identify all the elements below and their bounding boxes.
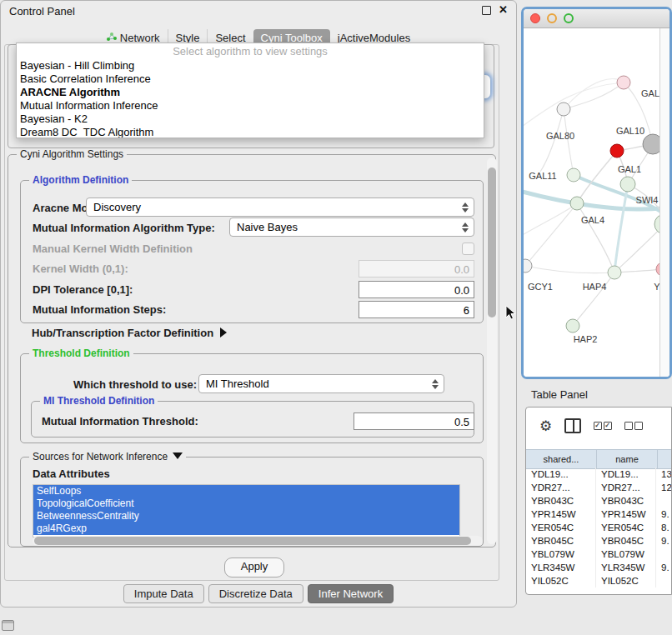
node-label: GAL80 xyxy=(546,131,574,141)
network-node[interactable] xyxy=(567,168,580,182)
node-label: GAL4 xyxy=(581,215,604,225)
dpi-tolerance-label: DPI Tolerance [0,1]: xyxy=(33,283,133,296)
table-cell: YER054C xyxy=(526,521,596,534)
column-selector-icon[interactable] xyxy=(564,418,581,433)
close-traffic-light-icon[interactable] xyxy=(530,13,540,23)
table-row[interactable]: YPR145WYPR145W9. xyxy=(526,508,671,521)
docked-panel-icon[interactable] xyxy=(2,620,14,631)
network-node[interactable] xyxy=(566,319,579,332)
table-row[interactable]: YDR27...YDR27...12 xyxy=(526,481,671,494)
attribute-item[interactable]: TopologicalCoefficient xyxy=(33,498,459,510)
table-row[interactable]: YBL079WYBL079W xyxy=(526,548,671,561)
algorithm-option[interactable]: Bayesian - Hill Climbing xyxy=(17,59,484,72)
table-body: YDL19...YDL19...13YDR27...YDR27...12YBR0… xyxy=(526,468,671,588)
zoom-traffic-light-icon[interactable] xyxy=(564,13,574,23)
close-window-icon[interactable]: ✕ xyxy=(499,4,508,16)
collapse-down-icon xyxy=(173,452,183,459)
control-panel-window: Control Panel ✕ NetworkStyleSelectCyni T… xyxy=(0,0,517,608)
node-label: GAL xyxy=(641,88,659,98)
table-cell: 12 xyxy=(656,481,671,494)
attribute-item[interactable]: BetweennessCentrality xyxy=(33,510,459,522)
which-threshold-select[interactable]: MI Threshold xyxy=(198,374,444,393)
bottom-tab-discretize-data[interactable]: Discretize Data xyxy=(208,584,303,603)
network-node[interactable] xyxy=(610,144,624,158)
manual-kernel-checkbox[interactable] xyxy=(462,242,474,255)
network-node[interactable] xyxy=(557,102,570,116)
table-panel-window: ⚙ ✓✓ shared...name YDL19...YDL19...13YDR… xyxy=(525,407,672,595)
table-settings-gear-icon[interactable]: ⚙ xyxy=(539,419,552,433)
table-cell: YDL19... xyxy=(596,468,656,481)
network-view-window: GALGAL80GAL10GAL1GAL11SWI4GAL4GCY1HAP4YH… xyxy=(521,7,672,379)
settings-vscrollbar[interactable] xyxy=(487,158,497,544)
network-node[interactable] xyxy=(620,177,635,192)
table-row[interactable]: YBR043CYBR043C xyxy=(526,494,671,508)
network-edge xyxy=(577,203,614,272)
dpi-tolerance-field[interactable]: 0.0 xyxy=(359,281,474,298)
node-label: GAL1 xyxy=(618,164,641,174)
table-cell xyxy=(656,548,671,561)
dpi-tolerance-value: 0.0 xyxy=(454,284,469,297)
attribute-item[interactable]: SelfLoops xyxy=(33,485,459,498)
bottom-tab-impute-data[interactable]: Impute Data xyxy=(123,584,204,603)
expand-right-icon xyxy=(220,328,227,338)
node-label: GCY1 xyxy=(528,282,553,292)
table-row[interactable]: YIL052CYIL052C xyxy=(526,574,671,588)
table-cell: YBR043C xyxy=(596,494,656,508)
kernel-width-field: 0.0 xyxy=(359,260,474,278)
select-all-icon[interactable]: ✓✓ xyxy=(594,422,612,430)
minimize-traffic-light-icon[interactable] xyxy=(547,13,557,23)
table-cell xyxy=(656,574,671,588)
attributes-hscrollbar[interactable] xyxy=(33,536,483,546)
network-node[interactable] xyxy=(524,259,532,272)
table-cell: YBR045C xyxy=(526,534,596,548)
kernel-width-label: Kernel Width (0,1): xyxy=(33,262,128,275)
mi-threshold-field[interactable]: 0.5 xyxy=(354,412,474,430)
table-row[interactable]: YBR045CYBR045C9. xyxy=(526,534,671,548)
network-window-titlebar[interactable] xyxy=(524,9,669,28)
attribute-item[interactable]: gal4RGexp xyxy=(33,522,459,535)
network-edge xyxy=(614,224,662,272)
sources-toggle[interactable]: Sources for Network Inference xyxy=(29,451,186,462)
algorithm-option[interactable]: ARACNE Algorithm xyxy=(17,86,484,99)
network-graph[interactable]: GALGAL80GAL10GAL1GAL11SWI4GAL4GCY1HAP4YH… xyxy=(524,28,662,377)
mi-steps-field[interactable]: 6 xyxy=(359,301,474,318)
network-node[interactable] xyxy=(570,197,584,210)
table-cell: YDL19... xyxy=(526,468,596,481)
algorithm-option[interactable]: Basic Correlation Inference xyxy=(17,72,484,86)
float-window-icon[interactable] xyxy=(482,6,491,15)
network-node[interactable] xyxy=(617,76,630,89)
network-edge xyxy=(573,272,614,326)
settings-group-title: Cyni Algorithm Settings xyxy=(17,148,127,160)
network-node[interactable] xyxy=(608,266,621,279)
network-vscrollbar[interactable] xyxy=(659,28,669,377)
bottom-tab-infer-network[interactable]: Infer Network xyxy=(308,584,394,603)
algorithm-option[interactable]: Bayesian - K2 xyxy=(17,112,484,126)
data-attributes-list[interactable]: SelfLoopsTopologicalCoefficientBetweenne… xyxy=(33,484,460,538)
table-cell: YLR345W xyxy=(526,561,596,574)
table-row[interactable]: YER054CYER054C8. xyxy=(526,521,671,534)
manual-kernel-label: Manual Kernel Width Definition xyxy=(33,242,193,255)
column-header[interactable]: shared... xyxy=(526,450,597,468)
algorithm-dropdown: Select algorithm to view settingsBayesia… xyxy=(16,42,484,138)
column-header[interactable]: name xyxy=(597,450,658,468)
node-label: SWI4 xyxy=(636,195,659,205)
mi-type-select[interactable]: Naive Bayes xyxy=(229,218,474,237)
aracne-mode-select[interactable]: Discovery xyxy=(86,198,474,217)
algorithm-option[interactable]: Mutual Information Inference xyxy=(17,99,484,112)
network-edge xyxy=(614,184,628,272)
table-cell: 13 xyxy=(656,468,671,481)
table-cell: YIL052C xyxy=(526,574,596,588)
apply-button[interactable]: Apply xyxy=(224,558,284,578)
control-panel-titlebar[interactable]: Control Panel ✕ xyxy=(1,1,516,22)
mi-threshold-value: 0.5 xyxy=(454,416,469,428)
algorithm-option[interactable]: Dream8 DC_TDC Algorithm xyxy=(17,126,484,138)
table-row[interactable]: YLR345WYLR345W9. xyxy=(526,561,671,574)
window-title: Control Panel xyxy=(9,5,75,18)
table-row[interactable]: YDL19...YDL19...13 xyxy=(526,468,671,481)
node-label: HAP4 xyxy=(583,282,607,292)
deselect-all-icon[interactable] xyxy=(624,422,643,430)
network-canvas[interactable]: GALGAL80GAL10GAL1GAL11SWI4GAL4GCY1HAP4YH… xyxy=(524,28,669,377)
column-header[interactable] xyxy=(658,450,671,468)
hub-section-toggle[interactable]: Hub/Transcription Factor Definition xyxy=(32,327,227,339)
network-edge xyxy=(524,82,624,128)
